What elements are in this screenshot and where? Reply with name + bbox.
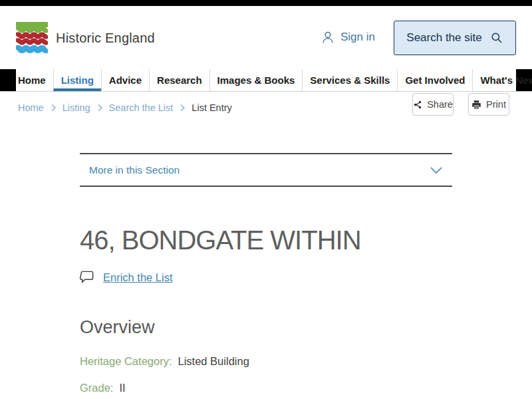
breadcrumb-home[interactable]: Home: [18, 102, 44, 113]
sign-in-link[interactable]: Sign in: [321, 30, 375, 45]
sign-in-label: Sign in: [340, 31, 375, 44]
search-site-button[interactable]: Search the site: [394, 21, 516, 55]
nav-item-whats-new[interactable]: What's New: [472, 69, 532, 91]
breadcrumb-search-the-list[interactable]: Search the List: [109, 102, 174, 113]
more-in-section-label: More in this Section: [89, 164, 180, 176]
grade-row: Grade: II: [80, 382, 452, 394]
nav-item-get-involved[interactable]: Get Involved: [397, 69, 472, 91]
share-icon: [413, 100, 422, 110]
nav-item-home[interactable]: Home: [16, 69, 53, 91]
site-logo[interactable]: Historic England: [16, 22, 155, 54]
chevron-down-icon: [430, 166, 443, 175]
print-button[interactable]: Print: [468, 93, 509, 116]
chevron-right-icon: [50, 104, 57, 112]
nav-item-advice[interactable]: Advice: [101, 69, 149, 91]
historic-england-flag-icon: [16, 22, 48, 54]
nav-item-services-skills[interactable]: Services & Skills: [302, 69, 397, 91]
enrich-the-list-link[interactable]: Enrich the List: [103, 271, 173, 284]
search-icon: [490, 31, 503, 45]
site-header: Historic England Sign in Search the site: [0, 6, 532, 69]
breadcrumb-current: List Entry: [192, 102, 231, 113]
share-label: Share: [427, 99, 453, 110]
nav-item-listing[interactable]: Listing: [53, 69, 101, 91]
overview-heading: Overview: [80, 317, 452, 338]
search-site-label: Search the site: [406, 31, 481, 45]
breadcrumb-listing[interactable]: Listing: [63, 102, 90, 113]
chevron-right-icon: [179, 104, 186, 112]
print-icon: [471, 100, 481, 110]
breadcrumb: Home Listing Search the List List Entry: [18, 102, 232, 113]
heritage-category-label: Heritage Category:: [80, 355, 172, 368]
enrich-row: Enrich the List: [80, 271, 452, 284]
more-in-section-dropdown[interactable]: More in this Section: [80, 153, 452, 187]
chevron-right-icon: [96, 104, 103, 112]
primary-nav: Home Listing Advice Research Images & Bo…: [0, 69, 532, 91]
share-button[interactable]: Share: [412, 93, 454, 116]
main-content: More in this Section 46, BONDGATE WITHIN…: [80, 153, 452, 394]
heritage-category-row: Heritage Category: Listed Building: [80, 355, 452, 368]
nav-item-research[interactable]: Research: [149, 69, 209, 91]
top-black-bar: [0, 0, 532, 6]
heritage-category-value: Listed Building: [178, 355, 249, 368]
print-label: Print: [486, 99, 506, 110]
page-title: 46, BONDGATE WITHIN: [80, 224, 452, 256]
grade-label: Grade:: [80, 382, 113, 394]
person-icon: [321, 30, 335, 45]
nav-item-images-books[interactable]: Images & Books: [209, 69, 303, 91]
grade-value: II: [119, 382, 125, 394]
speech-bubble-icon: [80, 271, 94, 284]
brand-name: Historic England: [56, 31, 155, 46]
breadcrumb-bar: Home Listing Search the List List Entry …: [0, 92, 532, 126]
